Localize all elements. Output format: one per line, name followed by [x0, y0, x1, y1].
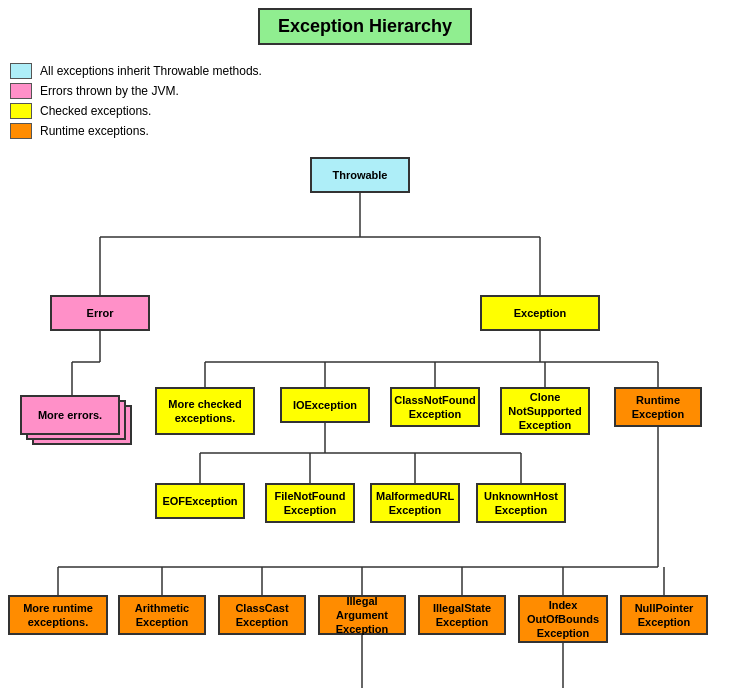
more-checked-node: More checked exceptions. [155, 387, 255, 435]
io-exception-node: IOException [280, 387, 370, 423]
page-title: Exception Hierarchy [258, 8, 472, 45]
throwable-node: Throwable [310, 157, 410, 193]
class-cast-node: ClassCast Exception [218, 595, 306, 635]
legend-item-cyan: All exceptions inherit Throwable methods… [10, 63, 730, 79]
legend-color-yellow [10, 103, 32, 119]
legend-item-yellow: Checked exceptions. [10, 103, 730, 119]
arithmetic-node: Arithmetic Exception [118, 595, 206, 635]
legend: All exceptions inherit Throwable methods… [10, 63, 730, 139]
legend-label-yellow: Checked exceptions. [40, 104, 151, 118]
eof-exception-node: EOFException [155, 483, 245, 519]
exception-node: Exception [480, 295, 600, 331]
more-runtime-node: More runtime exceptions. [8, 595, 108, 635]
illegal-state-node: IllegalState Exception [418, 595, 506, 635]
illegal-argument-node: Illegal Argument Exception [318, 595, 406, 635]
clone-not-supported-node: Clone NotSupported Exception [500, 387, 590, 435]
more-errors-node: More errors. [20, 395, 120, 435]
error-node: Error [50, 295, 150, 331]
legend-item-orange: Runtime exceptions. [10, 123, 730, 139]
legend-label-pink: Errors thrown by the JVM. [40, 84, 179, 98]
legend-color-orange [10, 123, 32, 139]
file-not-found-node: FileNotFound Exception [265, 483, 355, 523]
runtime-exception-node: Runtime Exception [614, 387, 702, 427]
malformed-url-node: MalformedURL Exception [370, 483, 460, 523]
unknown-host-node: UnknownHost Exception [476, 483, 566, 523]
class-not-found-node: ClassNotFound Exception [390, 387, 480, 427]
legend-color-pink [10, 83, 32, 99]
legend-item-pink: Errors thrown by the JVM. [10, 83, 730, 99]
legend-label-orange: Runtime exceptions. [40, 124, 149, 138]
diagram: More errors. Throwable Error Exception M… [0, 147, 730, 688]
null-pointer-node: NullPointer Exception [620, 595, 708, 635]
legend-label-cyan: All exceptions inherit Throwable methods… [40, 64, 262, 78]
legend-color-cyan [10, 63, 32, 79]
index-out-of-bounds-node: Index OutOfBounds Exception [518, 595, 608, 643]
